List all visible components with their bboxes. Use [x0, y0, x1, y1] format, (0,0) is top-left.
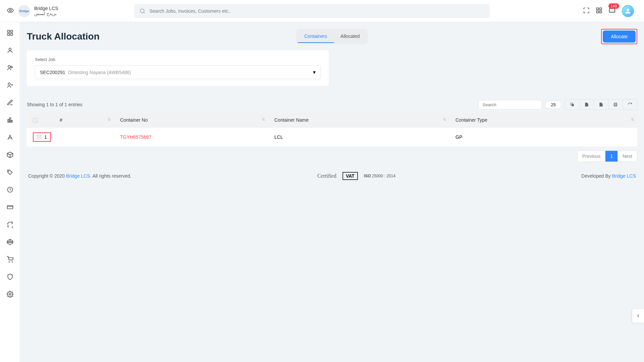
- certified-badge: Certified: [317, 173, 336, 179]
- sidebar-font-icon[interactable]: [6, 133, 14, 141]
- svg-rect-6: [600, 11, 602, 13]
- page-size-select[interactable]: 25: [545, 101, 561, 109]
- next-button[interactable]: Next: [618, 151, 637, 162]
- copy-icon[interactable]: [565, 100, 580, 110]
- sidebar-card-icon[interactable]: [6, 203, 14, 211]
- notifications-icon[interactable]: 149: [608, 7, 616, 15]
- global-search-input[interactable]: [149, 8, 484, 14]
- allocate-highlight: Allocate: [601, 29, 637, 44]
- header: Bridge Bridge LCS بريدج لسس 149: [0, 0, 644, 22]
- svg-rect-4: [600, 8, 602, 10]
- sort-icon: ⇅: [631, 117, 634, 122]
- svg-point-1: [140, 9, 144, 13]
- svg-point-29: [12, 262, 12, 262]
- notification-badge: 149: [608, 3, 619, 9]
- sidebar-edit-icon[interactable]: [6, 99, 14, 107]
- svg-rect-10: [10, 31, 12, 33]
- excel-icon[interactable]: [594, 100, 608, 110]
- svg-point-13: [9, 48, 11, 50]
- apps-grid-icon[interactable]: [596, 7, 602, 15]
- sort-icon: ⇅: [108, 117, 111, 122]
- app-name-arabic: بريدج لسس: [34, 11, 58, 16]
- app-name: Bridge LCS: [34, 6, 58, 11]
- tab-containers[interactable]: Containers: [298, 30, 334, 43]
- svg-point-28: [9, 262, 9, 262]
- fullscreen-icon[interactable]: [583, 7, 590, 15]
- job-select-card: Select Job SEC200291 Ontesting Nayana (A…: [27, 50, 329, 86]
- sidebar-shield-icon[interactable]: [6, 273, 14, 281]
- sidebar-tag-icon[interactable]: [6, 168, 14, 176]
- svg-rect-7: [609, 8, 615, 12]
- table-row[interactable]: 1 TGYH6575687 LCL GP: [27, 128, 637, 147]
- table-search-input[interactable]: [478, 100, 542, 110]
- row-highlight: 1: [33, 132, 51, 142]
- col-container-name[interactable]: Container Name: [274, 117, 309, 123]
- footer-link[interactable]: Bridge LCS: [66, 173, 90, 179]
- iso-badge: ISO 25000 : 2014: [364, 174, 395, 178]
- footer-badges: Certified VAT ISO 25000 : 2014: [317, 172, 395, 180]
- sidebar-settings-icon[interactable]: [6, 290, 14, 298]
- sidebar-clock-icon[interactable]: [6, 186, 14, 194]
- side-panel-toggle[interactable]: [632, 308, 644, 323]
- svg-point-14: [8, 65, 10, 68]
- sidebar-codepen-icon[interactable]: [6, 238, 14, 246]
- footer: Copyright © 2020 Bridge LCS. All rights …: [27, 172, 637, 180]
- sidebar: [0, 22, 20, 362]
- csv-icon[interactable]: [580, 100, 594, 110]
- job-desc: Ontesting Nayana (AWB5486): [68, 70, 131, 75]
- page-title: Truck Allocation: [27, 31, 100, 42]
- tab-allocated[interactable]: Allocated: [334, 30, 367, 43]
- user-avatar[interactable]: [622, 5, 634, 17]
- svg-rect-11: [7, 34, 9, 36]
- svg-rect-24: [7, 205, 13, 209]
- footer-copyright: Copyright © 2020 Bridge LCS. All rights …: [28, 173, 131, 179]
- cell-container-no: TGYH6575687: [114, 128, 268, 147]
- previous-button[interactable]: Previous: [578, 151, 605, 162]
- sidebar-cart-icon[interactable]: [6, 255, 14, 263]
- svg-point-16: [8, 83, 10, 85]
- search-icon: [140, 8, 145, 14]
- vat-badge: VAT: [342, 172, 358, 180]
- sort-icon: ⇅: [443, 117, 446, 122]
- col-container-no[interactable]: Container No: [120, 117, 148, 123]
- select-all-checkbox[interactable]: [33, 118, 38, 123]
- global-search[interactable]: [134, 4, 490, 18]
- svg-rect-3: [597, 8, 599, 10]
- sidebar-add-user-icon[interactable]: [6, 81, 14, 89]
- logo-text: Bridge LCS بريدج لسس: [34, 6, 58, 16]
- svg-point-0: [9, 9, 11, 11]
- row-checkbox[interactable]: [37, 135, 42, 139]
- page-1-button[interactable]: 1: [605, 151, 618, 162]
- sidebar-users-icon[interactable]: [6, 64, 14, 72]
- allocate-button[interactable]: Allocate: [603, 31, 636, 43]
- select-job-label: Select Job: [35, 57, 321, 62]
- svg-rect-9: [7, 31, 9, 33]
- main-content: Truck Allocation Containers Allocated Al…: [20, 22, 644, 187]
- sidebar-dashboard-icon[interactable]: [6, 29, 14, 37]
- sidebar-chart-icon[interactable]: [6, 116, 14, 124]
- cell-container-name: LCL: [268, 128, 449, 147]
- sidebar-refresh-icon[interactable]: [6, 221, 14, 229]
- svg-line-2: [144, 12, 145, 13]
- header-right: 149: [583, 5, 637, 17]
- job-code: SEC200291: [40, 70, 65, 75]
- footer-developed: Developed By Bridge LCS: [581, 173, 636, 179]
- table-controls: 25: [478, 99, 637, 110]
- sidebar-package-icon[interactable]: [6, 151, 14, 159]
- sort-icon: ⇅: [262, 117, 265, 122]
- visibility-icon[interactable]: [7, 7, 14, 15]
- svg-rect-19: [8, 119, 9, 122]
- table-section: Showing 1 to 1 of 1 entries 25 #⇅ Cont: [27, 99, 637, 162]
- reload-icon[interactable]: [623, 100, 637, 110]
- svg-point-15: [10, 66, 12, 68]
- chevron-left-icon: [636, 313, 641, 318]
- logo-section: Bridge Bridge LCS بريدج لسس: [7, 5, 101, 17]
- footer-dev-link[interactable]: Bridge LCS: [612, 173, 636, 179]
- job-select-dropdown[interactable]: SEC200291 Ontesting Nayana (AWB5486) ▾: [35, 65, 321, 79]
- sidebar-user-icon[interactable]: [6, 46, 14, 54]
- print-icon[interactable]: [608, 100, 623, 110]
- svg-point-30: [9, 294, 11, 295]
- entries-summary: Showing 1 to 1 of 1 entries: [27, 102, 83, 107]
- col-container-type[interactable]: Container Type: [455, 117, 487, 123]
- col-hash[interactable]: #: [60, 117, 62, 123]
